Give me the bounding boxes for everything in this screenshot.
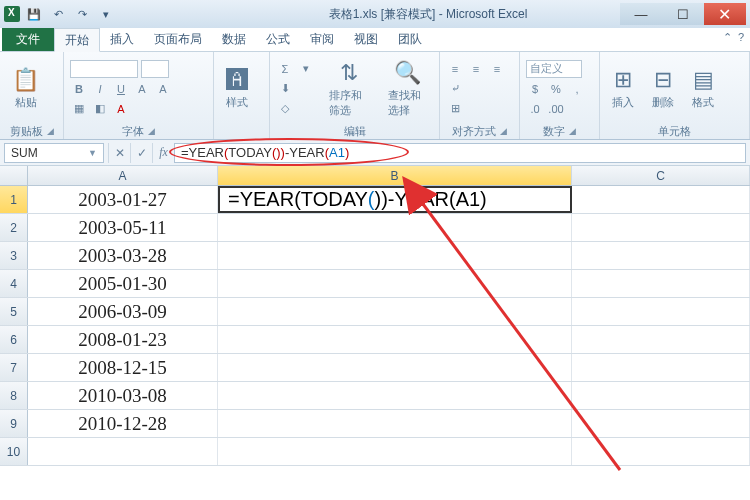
percent-button[interactable]: % [547,80,565,98]
merge-button[interactable]: ⊞ [446,100,464,118]
name-box-dropdown-icon[interactable]: ▼ [88,148,97,158]
cell-c5[interactable] [572,298,750,325]
minimize-button[interactable]: — [620,3,662,25]
align-center-button[interactable]: ≡ [467,60,485,78]
cell-c2[interactable] [572,214,750,241]
cell-a7[interactable]: 2008-12-15 [28,354,218,381]
tab-insert[interactable]: 插入 [100,28,144,51]
row-header[interactable]: 10 [0,438,28,465]
row-header[interactable]: 1 [0,186,28,213]
cancel-formula-button[interactable]: ✕ [108,143,130,163]
cell-b4[interactable] [218,270,572,297]
font-name-combo[interactable] [70,60,138,78]
row-header[interactable]: 3 [0,242,28,269]
cell-b10[interactable] [218,438,572,465]
cell-c4[interactable] [572,270,750,297]
maximize-button[interactable]: ☐ [662,3,704,25]
font-size-combo[interactable] [141,60,169,78]
italic-button[interactable]: I [91,80,109,98]
currency-button[interactable]: $ [526,80,544,98]
clipboard-dialog-launcher[interactable]: ◢ [47,126,54,136]
fill-button[interactable]: ⬇ [276,80,294,98]
cell-b8[interactable] [218,382,572,409]
wrap-text-button[interactable]: ⤶ [446,80,464,98]
close-button[interactable]: ✕ [704,3,746,25]
cell-c6[interactable] [572,326,750,353]
column-header-b[interactable]: B [218,166,572,185]
cell-b7[interactable] [218,354,572,381]
align-right-button[interactable]: ≡ [488,60,506,78]
row-header[interactable]: 5 [0,298,28,325]
sort-filter-button[interactable]: ⇅ 排序和筛选 [323,58,374,120]
cell-b9[interactable] [218,410,572,437]
cell-c3[interactable] [572,242,750,269]
cell-a9[interactable]: 2010-12-28 [28,410,218,437]
font-color-button[interactable]: A [112,100,130,118]
row-header[interactable]: 2 [0,214,28,241]
row-header[interactable]: 6 [0,326,28,353]
cell-b1[interactable]: =YEAR(TODAY())-YEAR(A1) [218,186,572,213]
cell-a2[interactable]: 2003-05-11 [28,214,218,241]
undo-icon[interactable]: ↶ [48,4,68,24]
alignment-dialog-launcher[interactable]: ◢ [500,126,507,136]
cell-a10[interactable] [28,438,218,465]
cell-a1[interactable]: 2003-01-27 [28,186,218,213]
comma-button[interactable]: , [568,80,586,98]
cell-c8[interactable] [572,382,750,409]
cell-c1[interactable] [572,186,750,213]
cell-a8[interactable]: 2010-03-08 [28,382,218,409]
autosum-button[interactable]: Σ [276,60,294,78]
enter-formula-button[interactable]: ✓ [130,143,152,163]
row-header[interactable]: 4 [0,270,28,297]
align-left-button[interactable]: ≡ [446,60,464,78]
formula-input[interactable]: =YEAR(TODAY())-YEAR(A1) [174,143,746,163]
row-header[interactable]: 8 [0,382,28,409]
delete-cells-button[interactable]: ⊟删除 [646,65,680,112]
cell-b6[interactable] [218,326,572,353]
fill-color-button[interactable]: ◧ [91,100,109,118]
format-cells-button[interactable]: ▤格式 [686,65,720,112]
column-header-c[interactable]: C [572,166,750,185]
cell-a5[interactable]: 2006-03-09 [28,298,218,325]
row-header[interactable]: 9 [0,410,28,437]
number-dialog-launcher[interactable]: ◢ [569,126,576,136]
find-select-button[interactable]: 🔍 查找和选择 [382,58,433,120]
cell-b3[interactable] [218,242,572,269]
tab-page-layout[interactable]: 页面布局 [144,28,212,51]
qat-dropdown-icon[interactable]: ▾ [96,4,116,24]
paste-button[interactable]: 📋 粘贴 [6,65,45,112]
cell-c9[interactable] [572,410,750,437]
cell-c7[interactable] [572,354,750,381]
redo-icon[interactable]: ↷ [72,4,92,24]
border-button[interactable]: ▦ [70,100,88,118]
column-header-a[interactable]: A [28,166,218,185]
tab-file[interactable]: 文件 [2,28,54,51]
increase-decimal-button[interactable]: .0 [526,100,544,118]
cell-a6[interactable]: 2008-01-23 [28,326,218,353]
cell-b2[interactable] [218,214,572,241]
name-box[interactable]: SUM ▼ [4,143,104,163]
cell-a4[interactable]: 2005-01-30 [28,270,218,297]
insert-cells-button[interactable]: ⊞插入 [606,65,640,112]
styles-button[interactable]: 🅰 样式 [220,65,254,112]
bold-button[interactable]: B [70,80,88,98]
help-icon[interactable]: ? [738,31,744,44]
tab-view[interactable]: 视图 [344,28,388,51]
row-header[interactable]: 7 [0,354,28,381]
cell-a3[interactable]: 2003-03-28 [28,242,218,269]
underline-button[interactable]: U [112,80,130,98]
font-dialog-launcher[interactable]: ◢ [148,126,155,136]
font-grow-button[interactable]: A [133,80,151,98]
spreadsheet-grid[interactable]: A B C 1 2003-01-27 =YEAR(TODAY())-YEAR(A… [0,166,750,496]
select-all-corner[interactable] [0,166,28,185]
tab-home[interactable]: 开始 [54,28,100,52]
tab-formulas[interactable]: 公式 [256,28,300,51]
font-shrink-button[interactable]: A [154,80,172,98]
tab-team[interactable]: 团队 [388,28,432,51]
minimize-ribbon-icon[interactable]: ⌃ [723,31,732,44]
cell-c10[interactable] [572,438,750,465]
tab-data[interactable]: 数据 [212,28,256,51]
clear-button[interactable]: ◇ [276,100,294,118]
tab-review[interactable]: 审阅 [300,28,344,51]
cell-b5[interactable] [218,298,572,325]
